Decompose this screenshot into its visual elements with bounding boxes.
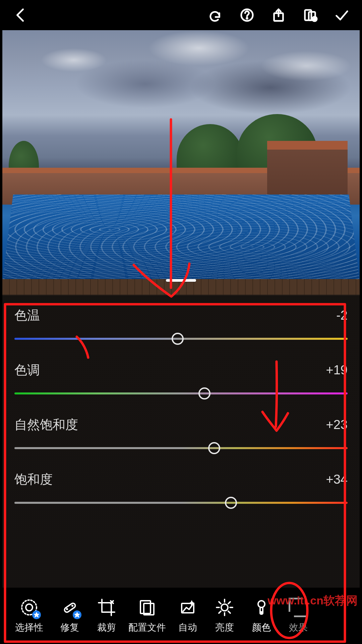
- tool-light[interactable]: 亮度: [206, 598, 243, 634]
- tool-label: 修复: [60, 621, 79, 634]
- star-badge-icon: [73, 610, 81, 619]
- svg-point-28: [258, 601, 265, 607]
- label-saturation: 饱和度: [14, 471, 53, 488]
- param-temperature: 色温 -2: [14, 307, 348, 344]
- tool-label: 颜色: [252, 621, 271, 634]
- slider-thumb[interactable]: [172, 333, 184, 345]
- share-button[interactable]: [270, 6, 287, 24]
- label-vibrance: 自然饱和度: [14, 416, 78, 433]
- back-button[interactable]: [12, 6, 29, 24]
- tool-profiles[interactable]: 配置文件: [125, 598, 169, 634]
- svg-marker-15: [75, 612, 79, 617]
- tool-label: 选择性: [15, 621, 43, 634]
- param-tint: 色调 +19: [14, 362, 348, 399]
- drag-handle[interactable]: [166, 279, 196, 282]
- tool-auto[interactable]: 自动: [169, 598, 206, 634]
- tool-label: 裁剪: [97, 621, 116, 634]
- tool-crop[interactable]: 裁剪: [88, 598, 125, 634]
- slider-saturation[interactable]: [14, 497, 348, 508]
- svg-line-26: [228, 602, 230, 604]
- svg-point-1: [247, 18, 248, 19]
- label-temperature: 色温: [14, 307, 40, 324]
- slider-temperature[interactable]: [14, 333, 348, 344]
- svg-rect-16: [140, 601, 150, 613]
- svg-line-24: [219, 602, 221, 604]
- tool-label: 配置文件: [128, 621, 166, 634]
- value-tint: +19: [326, 363, 348, 377]
- svg-marker-11: [34, 612, 39, 617]
- slider-vibrance[interactable]: [14, 443, 348, 453]
- confirm-button[interactable]: [333, 6, 350, 24]
- tool-label: 自动: [178, 621, 197, 634]
- help-button[interactable]: [238, 6, 256, 24]
- tool-label: 效果: [289, 621, 308, 634]
- value-vibrance: +23: [326, 418, 348, 432]
- param-saturation: 饱和度 +34: [14, 471, 348, 508]
- tool-selective[interactable]: 选择性: [7, 598, 51, 634]
- svg-point-13: [66, 608, 68, 610]
- svg-line-27: [219, 611, 221, 613]
- param-vibrance: 自然饱和度 +23: [14, 416, 348, 453]
- presets-button[interactable]: [301, 6, 319, 24]
- pool: [2, 195, 360, 282]
- svg-point-19: [221, 604, 228, 611]
- slider-thumb[interactable]: [208, 442, 220, 454]
- slider-tint[interactable]: [14, 388, 348, 399]
- value-saturation: +34: [326, 472, 348, 487]
- svg-point-14: [71, 605, 73, 607]
- image-canvas[interactable]: [2, 30, 360, 295]
- watermark: www.iti.cn软荐网: [267, 593, 358, 608]
- tool-heal[interactable]: 修复: [51, 598, 88, 634]
- top-bar: [2, 0, 360, 30]
- slider-thumb[interactable]: [225, 497, 237, 509]
- value-temperature: -2: [336, 308, 348, 323]
- label-tint: 色调: [14, 362, 40, 379]
- tool-label: 亮度: [215, 621, 234, 634]
- svg-point-10: [26, 604, 33, 611]
- color-panel: 色温 -2 色调 +19 自然饱和度 +23: [14, 307, 348, 508]
- slider-thumb[interactable]: [198, 387, 210, 399]
- undo-button[interactable]: [207, 6, 224, 24]
- svg-point-30: [260, 611, 263, 614]
- svg-line-25: [228, 611, 230, 613]
- star-badge-icon: [32, 610, 41, 619]
